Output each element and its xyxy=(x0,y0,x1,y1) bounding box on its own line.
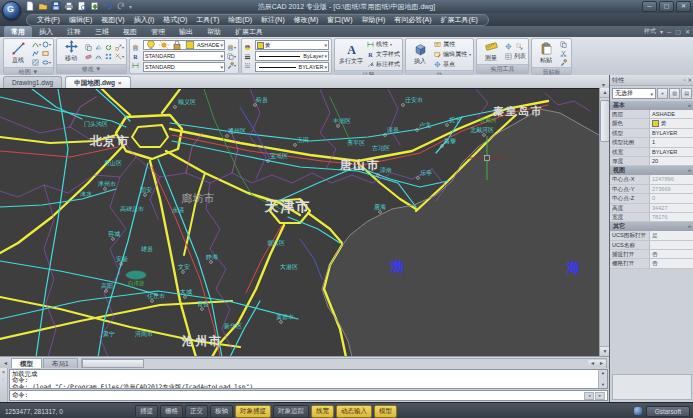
status-toggle-线宽[interactable]: 线宽 xyxy=(311,405,334,418)
layer-state-button[interactable] xyxy=(132,43,141,51)
collapse-icon[interactable]: « xyxy=(688,166,691,175)
ribbon-tab-8[interactable]: 扩展工具 xyxy=(228,26,270,37)
app-logo-icon[interactable]: G xyxy=(2,1,21,20)
layer-tools-button[interactable]: ▾ xyxy=(227,43,236,51)
command-grip[interactable]: × ⋮ xyxy=(0,368,8,402)
measure-button[interactable]: 测量 xyxy=(479,40,503,63)
linetype-list-button[interactable] xyxy=(244,52,253,60)
base-point-button[interactable]: 基点 xyxy=(434,60,471,69)
prop-value[interactable]: 否 xyxy=(650,259,693,267)
scale-button[interactable]: ▾ xyxy=(115,43,124,51)
rectangle-button[interactable] xyxy=(42,49,51,57)
status-toggle-正交[interactable]: 正交 xyxy=(185,405,208,418)
horizontal-scroll-thumb[interactable] xyxy=(82,359,144,368)
prop-value[interactable]: 否 xyxy=(650,250,693,258)
panel-label-modify[interactable]: 修改 ▼ xyxy=(57,64,126,73)
trim-button[interactable]: ▾ xyxy=(115,52,124,60)
rotate-button[interactable] xyxy=(105,43,114,51)
layout-nav-left-icon[interactable]: ◄ xyxy=(0,360,11,366)
ribbon-tab-6[interactable]: 输出 xyxy=(172,26,200,37)
text-style-select[interactable]: STANDARD▾ xyxy=(143,51,225,61)
float-close-icon[interactable]: ✕ xyxy=(685,28,690,35)
prop-value[interactable]: 黄 xyxy=(650,119,693,127)
status-toggle-对象捕捉[interactable]: 对象捕捉 xyxy=(235,405,271,418)
menu-item-3[interactable]: 插入(I) xyxy=(134,15,155,25)
ribbon-tab-5[interactable]: 管理 xyxy=(144,26,172,37)
id-point-button[interactable] xyxy=(505,43,514,51)
quick-select-palette-button[interactable]: ▤ xyxy=(681,88,692,99)
pin-icon[interactable]: ▫ xyxy=(683,77,685,83)
drawing-canvas[interactable]: 北京市天津市唐山市沧州市秦皇岛市廊坊市渤海顺义区蓟县通州区宝坻区玉田门头沟区房山… xyxy=(0,88,599,357)
menu-item-11[interactable]: 有问必答(A) xyxy=(394,15,431,25)
edit-attribute-button[interactable]: 编辑属性▾ xyxy=(434,50,471,59)
collapse-icon[interactable]: « xyxy=(688,101,691,110)
cut-clip-button[interactable] xyxy=(560,49,569,57)
doc-tab-drawing1[interactable]: Drawing1.dwg xyxy=(3,76,62,88)
menu-item-7[interactable]: 标注(N) xyxy=(261,15,285,25)
menu-item-6[interactable]: 绘图(D) xyxy=(228,15,252,25)
command-input[interactable]: 命令: ◄► xyxy=(9,390,608,401)
prop-value[interactable]: BYLAYER xyxy=(650,129,693,137)
linetype-select[interactable]: ByLayer▾ xyxy=(255,51,329,61)
status-toggle-动态输入[interactable]: 动态输入 xyxy=(336,405,372,418)
mtext-button[interactable]: A 多行文字 xyxy=(337,43,365,66)
prop-section-2[interactable]: 其它« xyxy=(610,222,693,231)
copy-clip-button[interactable] xyxy=(560,40,569,48)
layer-prev-button[interactable]: ▾ xyxy=(227,52,236,60)
prop-section-1[interactable]: 视图« xyxy=(610,166,693,175)
mirror-button[interactable] xyxy=(95,43,104,51)
prop-section-0[interactable]: 基本« xyxy=(610,101,693,110)
menu-item-4[interactable]: 格式(O) xyxy=(163,15,187,25)
command-vscrollbar[interactable]: ▲▼ xyxy=(598,370,607,388)
color-list-button[interactable] xyxy=(244,43,253,51)
menu-item-5[interactable]: 工具(T) xyxy=(196,15,219,25)
minimize-button[interactable]: ─ xyxy=(642,1,657,12)
ellipse-button[interactable]: ▾ xyxy=(42,58,51,66)
hatch-button[interactable] xyxy=(32,58,41,66)
scroll-left-icon[interactable]: ◄ xyxy=(588,360,597,367)
dim-style-select[interactable]: STANDARD▾ xyxy=(143,62,225,72)
ribbon-tab-1[interactable]: 插入 xyxy=(32,26,60,37)
prop-value[interactable]: 273669 xyxy=(650,185,693,193)
ribbon-tab-7[interactable]: 帮助 xyxy=(200,26,228,37)
collapse-icon[interactable]: « xyxy=(688,222,691,231)
gstarsoft-button[interactable]: Gstarsoft xyxy=(646,406,690,417)
menu-item-0[interactable]: 文件(F) xyxy=(37,15,60,25)
menu-item-2[interactable]: 视图(V) xyxy=(101,15,124,25)
prop-value[interactable]: 0 xyxy=(650,194,693,202)
dim-style-button[interactable] xyxy=(132,61,141,69)
maximize-button[interactable]: ▢ xyxy=(659,1,674,12)
prop-value[interactable]: 是 xyxy=(650,231,693,239)
status-toggle-捕捉[interactable]: 捕捉 xyxy=(135,405,158,418)
horizontal-scrollbar[interactable]: ◄ ► xyxy=(81,358,607,369)
dim-style-row-button[interactable]: A标注样式 xyxy=(367,60,400,69)
scroll-right-icon[interactable]: ► xyxy=(597,360,606,367)
ribbon-tab-2[interactable]: 注释 xyxy=(60,26,88,37)
erase-button[interactable] xyxy=(85,52,94,60)
ribbon-tab-0[interactable]: 常用 xyxy=(4,26,32,37)
float-minimize-icon[interactable]: ─ xyxy=(667,29,671,35)
offset-button[interactable] xyxy=(95,52,104,60)
status-toggle-对象追踪[interactable]: 对象追踪 xyxy=(273,405,309,418)
float-dropdown-icon[interactable]: ▾ xyxy=(660,28,663,35)
menu-item-12[interactable]: 扩展工具(E) xyxy=(441,15,478,25)
dim-linear-button[interactable]: 线性▾ xyxy=(367,40,400,49)
paste-button[interactable]: 粘贴 xyxy=(534,42,558,65)
status-toggle-模型[interactable]: 模型 xyxy=(374,405,397,418)
close-button[interactable]: ✕ xyxy=(676,1,691,12)
toggle-pickadd-button[interactable]: + xyxy=(657,88,668,99)
float-restore-icon[interactable]: ▢ xyxy=(675,28,681,35)
text-style-button[interactable]: R xyxy=(132,52,141,60)
text-style-row-button[interactable]: R文字样式 xyxy=(367,50,400,59)
color-select[interactable]: 黄▾ xyxy=(255,40,329,50)
prop-value[interactable] xyxy=(650,241,693,249)
command-close-icon[interactable]: × xyxy=(2,368,6,376)
tab-list-dropdown-icon[interactable]: ▾ xyxy=(602,81,605,88)
selection-filter-select[interactable]: 无选择▾ xyxy=(612,88,656,99)
panel-label-utilities[interactable]: 实用工具 xyxy=(477,64,528,73)
cmd-scroll-right-icon[interactable]: ► xyxy=(595,392,605,400)
prop-value[interactable]: 34427 xyxy=(650,204,693,212)
status-toggle-栅格[interactable]: 栅格 xyxy=(160,405,183,418)
match-properties-button[interactable] xyxy=(560,58,569,66)
array-button[interactable] xyxy=(105,52,114,60)
